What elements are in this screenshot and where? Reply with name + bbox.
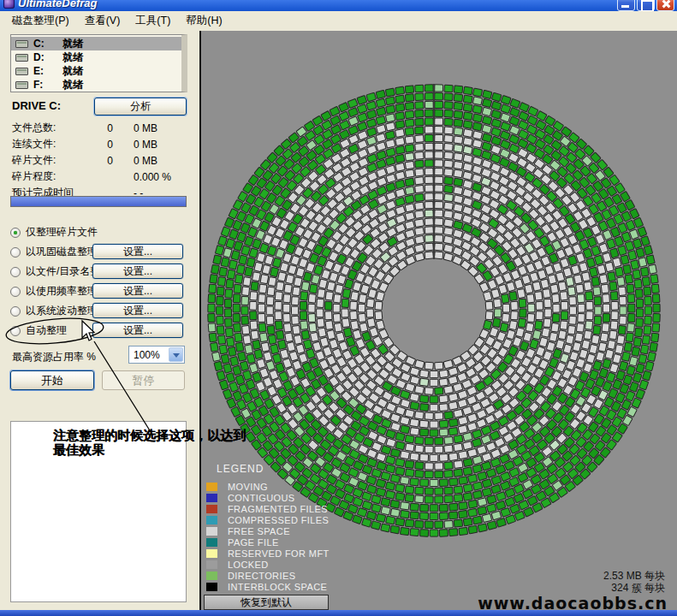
settings-button-3[interactable]: 设置... (92, 283, 183, 299)
drive-list[interactable]: C:就绪D:就绪E:就绪F:就绪 (10, 34, 187, 92)
legend-color-chip (206, 483, 217, 491)
stat-row: 碎片文件:00 MB (12, 152, 187, 169)
option-row-1: 以巩固磁盘整理设置... (9, 242, 190, 262)
legend-item: DIRECTORIES (206, 570, 330, 581)
progress-bar (10, 196, 187, 207)
pause-button: 暂停 (102, 370, 185, 390)
legend-title: LEGEND (217, 463, 330, 475)
drive-row-E[interactable]: E:就绪 (11, 64, 181, 78)
settings-button-1[interactable]: 设置... (92, 244, 183, 259)
cluster-size-text: 324 簇 每块 (603, 582, 665, 594)
resource-usage-label: 最高资源占用率 % (12, 350, 96, 364)
drive-status: 就绪 (62, 37, 83, 51)
legend-color-chip (206, 505, 217, 513)
window-bottom-border (0, 610, 677, 616)
control-panel: C:就绪D:就绪E:就绪F:就绪 DRIVE C: 分析 文件总数:00 MB连… (0, 31, 199, 610)
reset-default-button[interactable]: 恢复到默认 (204, 595, 329, 610)
radio-button[interactable] (10, 306, 21, 317)
start-button[interactable]: 开始 (10, 370, 94, 390)
log-area (10, 421, 187, 602)
legend-color-chip (206, 516, 217, 524)
stat-size: 0 MB (134, 122, 157, 134)
legend-item: PAGE FILE (206, 536, 330, 548)
legend-color-chip (206, 560, 217, 569)
menu-defrag[interactable]: 磁盘整理(P) (5, 11, 78, 31)
drive-icon (15, 68, 28, 75)
drive-icon (15, 54, 28, 62)
legend-label: INTERBLOCK SPACE (228, 582, 327, 592)
radio-button[interactable] (10, 326, 21, 336)
radio-button[interactable] (10, 228, 21, 238)
stat-count: 0 (91, 139, 113, 151)
stats-table: 文件总数:00 MB连续文件:00 MB碎片文件:00 MB碎片程度:0.000… (12, 120, 187, 201)
chevron-down-icon[interactable] (169, 347, 183, 362)
option-label: 自动整理 (26, 323, 67, 338)
legend-color-chip (206, 583, 217, 591)
menu-tools[interactable]: 工具(T) (128, 11, 179, 31)
close-button[interactable] (656, 0, 674, 11)
drive-status: 就绪 (62, 78, 83, 92)
legend-item: FRAGMENTED FILES (206, 503, 330, 514)
legend-label: DIRECTORIES (228, 571, 295, 581)
legend-item: FREE SPACE (206, 525, 330, 536)
drive-name: C: (33, 38, 62, 50)
option-label: 以使用频率整理 (26, 284, 98, 299)
legend-label: LOCKED (228, 560, 269, 570)
menu-bar: 磁盘整理(P) 查看(V) 工具(T) 帮助(H) (0, 11, 677, 31)
radio-button[interactable] (10, 247, 21, 258)
legend: LEGEND MOVINGCONTIGUOUSFRAGMENTED FILESC… (206, 463, 330, 592)
legend-item: INTERBLOCK SPACE (206, 581, 330, 592)
drive-status: 就绪 (62, 64, 83, 79)
analyze-button[interactable]: 分析 (94, 98, 187, 116)
stat-count: 0 (91, 155, 113, 167)
drive-row-F[interactable]: F:就绪 (11, 78, 181, 92)
option-row-2: 以文件/目录名整理设置... (9, 262, 190, 281)
radio-button[interactable] (10, 287, 21, 297)
settings-button-5[interactable]: 设置... (92, 323, 183, 338)
option-label: 以系统波动整理 (26, 304, 98, 318)
drive-status: 就绪 (62, 50, 83, 65)
legend-color-chip (206, 549, 217, 558)
legend-label: FRAGMENTED FILES (228, 504, 328, 514)
legend-color-chip (206, 494, 217, 502)
drive-icon (15, 81, 28, 89)
block-info: 2.53 MB 每块 324 簇 每块 (603, 570, 665, 594)
settings-button-4[interactable]: 设置... (92, 303, 183, 318)
maximize-button[interactable] (637, 0, 655, 11)
app-icon (3, 0, 15, 9)
stat-label: 文件总数: (12, 121, 91, 135)
legend-item: LOCKED (206, 559, 330, 570)
resource-usage-dropdown[interactable]: 100% (128, 346, 185, 364)
drive-name: D: (33, 51, 62, 63)
legend-item: RESERVED FOR MFT (206, 548, 330, 559)
drive-row-D[interactable]: D:就绪 (11, 50, 181, 64)
stat-label: 碎片文件: (12, 153, 91, 168)
stat-count: 0 (91, 122, 113, 134)
legend-label: PAGE FILE (228, 537, 279, 548)
drive-name: F: (33, 79, 62, 91)
resource-usage-value: 100% (129, 349, 168, 361)
title-bar: UltimateDefrag (0, 0, 677, 11)
drive-section-label: DRIVE C: (12, 99, 61, 112)
drive-icon (15, 40, 28, 48)
legend-label: RESERVED FOR MFT (228, 548, 330, 559)
radio-button[interactable] (10, 267, 21, 277)
window-title: UltimateDefrag (18, 0, 617, 9)
legend-item: COMPRESSED FILES (206, 514, 330, 525)
stat-label: 连续文件: (12, 137, 91, 151)
settings-button-2[interactable]: 设置... (92, 264, 183, 279)
legend-label: CONTIGUOUS (228, 493, 295, 503)
minimize-button[interactable] (617, 0, 635, 11)
legend-label: MOVING (228, 482, 268, 492)
stat-size: 0 MB (134, 155, 157, 167)
stat-row: 碎片程度:0.000 % (12, 169, 187, 185)
option-row-4: 以系统波动整理设置... (9, 301, 190, 321)
legend-label: FREE SPACE (228, 526, 290, 536)
option-label: 仅整理碎片文件 (26, 225, 98, 240)
drive-row-C[interactable]: C:就绪 (11, 37, 181, 50)
menu-help[interactable]: 帮助(H) (179, 11, 230, 31)
option-label: 以巩固磁盘整理 (26, 245, 98, 259)
option-row-5: 自动整理设置... (9, 321, 190, 341)
stat-row: 文件总数:00 MB (12, 120, 187, 136)
menu-view[interactable]: 查看(V) (78, 11, 129, 31)
